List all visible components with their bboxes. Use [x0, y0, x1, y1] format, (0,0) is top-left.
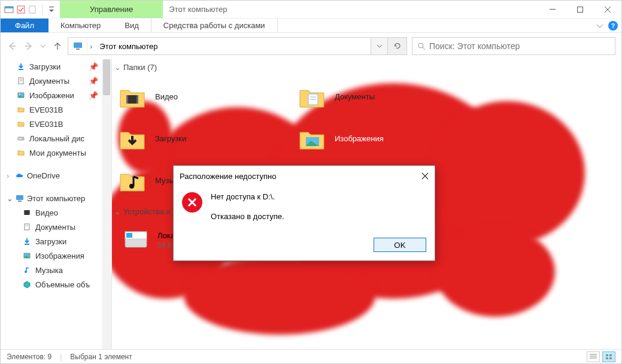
dialog-message: Нет доступа к D:\. Отказано в доступе. [211, 192, 284, 232]
svg-rect-21 [16, 195, 23, 200]
folder-images[interactable]: Изображения [292, 117, 471, 159]
images-icon [298, 124, 326, 153]
sidebar-pc-images[interactable]: Изображения [1, 248, 111, 263]
documents-icon [16, 76, 26, 86]
file-tab[interactable]: Файл [1, 19, 48, 32]
search-box[interactable] [412, 37, 615, 55]
downloads-icon [22, 236, 32, 246]
sidebar-this-pc[interactable]: ⌄ Этот компьютер [1, 191, 111, 205]
svg-rect-6 [578, 7, 583, 12]
folder-downloads[interactable]: Загрузки [112, 117, 292, 159]
search-input[interactable] [429, 41, 610, 51]
dialog-ok-button[interactable]: OK [374, 238, 426, 252]
svg-point-38 [129, 184, 134, 189]
refresh-button[interactable] [387, 38, 406, 54]
qat-chevron-icon[interactable] [47, 5, 56, 14]
svg-rect-49 [606, 357, 608, 359]
music-icon [22, 265, 32, 275]
nav-forward-icon[interactable] [23, 41, 34, 51]
address-history-dropdown[interactable] [371, 38, 387, 54]
status-selection: Выбран 1 элемент [70, 353, 132, 361]
svg-rect-48 [609, 354, 612, 356]
quick-access-toolbar [1, 1, 60, 18]
maximize-button[interactable] [566, 1, 594, 18]
new-folder-icon[interactable] [28, 5, 38, 14]
sidebar-item-folder-2[interactable]: EVE031B [1, 117, 111, 131]
sidebar-item-images[interactable]: Изображени 📌 [1, 88, 111, 102]
music-icon [118, 166, 147, 195]
sidebar-onedrive[interactable]: › OneDrive [1, 168, 111, 183]
chevron-down-icon[interactable]: ⌄ [7, 194, 13, 203]
ribbon-context-tab[interactable]: Управление [60, 1, 163, 18]
view-icons-button[interactable] [602, 351, 615, 362]
images-icon [16, 90, 26, 100]
scrollbar-thumb[interactable] [103, 59, 110, 95]
sidebar-pc-3dobjects[interactable]: Объемные объ [1, 277, 111, 292]
svg-rect-24 [24, 210, 25, 215]
svg-rect-41 [126, 233, 132, 238]
nav-back-icon[interactable] [7, 41, 17, 51]
help-icon[interactable]: ? [608, 21, 618, 31]
folder-icon [16, 148, 26, 157]
chevron-right-icon[interactable]: › [7, 171, 13, 180]
folder-documents[interactable]: Документы [292, 75, 471, 117]
documents-icon [22, 222, 32, 232]
images-icon [22, 251, 32, 260]
breadcrumb[interactable]: Этот компьютер [95, 38, 371, 54]
pin-icon: 📌 [89, 91, 98, 100]
svg-point-18 [19, 94, 20, 95]
chevron-down-icon: ⌄ [114, 63, 121, 72]
svg-point-11 [418, 43, 423, 48]
folder-videos[interactable]: Видео [112, 75, 292, 117]
folder-icon [16, 119, 26, 129]
chevron-down-icon: ⌄ [114, 207, 121, 216]
nav-up-icon[interactable] [52, 41, 63, 51]
close-button[interactable] [594, 1, 621, 18]
dialog-close-icon[interactable] [421, 172, 429, 180]
sidebar-pc-downloads[interactable]: Загрузки [1, 234, 111, 248]
tab-computer[interactable]: Компьютер [48, 19, 113, 32]
svg-rect-1 [5, 7, 13, 8]
pin-icon: 📌 [89, 77, 98, 86]
properties-icon[interactable] [16, 5, 26, 14]
sidebar-pc-music[interactable]: Музыка [1, 263, 111, 277]
qat-separator [42, 4, 43, 15]
svg-line-12 [423, 47, 425, 50]
search-icon [417, 42, 426, 50]
minimize-button[interactable] [539, 1, 566, 18]
address-bar[interactable]: › Этот компьютер [68, 37, 407, 55]
sidebar-item-local-disk[interactable]: Локальный дис [1, 131, 111, 145]
objects3d-icon [22, 280, 32, 289]
dialog-title: Расположение недоступно [180, 172, 276, 181]
ribbon-tabs: Файл Компьютер Вид Средства работы с дис… [1, 19, 621, 33]
drive-icon [16, 134, 26, 143]
svg-rect-22 [18, 201, 22, 202]
sidebar-pc-videos[interactable]: Видео [1, 205, 111, 220]
context-tab-label: Управление [90, 5, 133, 14]
tab-view[interactable]: Вид [113, 19, 151, 32]
videos-icon [22, 208, 32, 217]
downloads-icon [118, 124, 147, 153]
tab-disk-tools[interactable]: Средства работы с дисками [151, 19, 278, 32]
this-pc-icon [68, 38, 87, 54]
svg-rect-2 [17, 6, 25, 13]
nav-bar: › Этот компьютер [1, 33, 621, 59]
sidebar-item-documents[interactable]: Документы 📌 [1, 74, 111, 88]
view-details-button[interactable] [587, 351, 600, 362]
sidebar-pc-documents[interactable]: Документы [1, 220, 111, 234]
status-bar: Элементов: 9 | Выбран 1 элемент [1, 349, 621, 363]
nav-history-icon[interactable] [40, 43, 46, 49]
svg-point-20 [22, 138, 23, 139]
sidebar-item-my-documents[interactable]: Мои документы [1, 145, 111, 160]
sidebar-item-folder-1[interactable]: EVE031B [1, 102, 111, 117]
onedrive-icon [15, 171, 25, 180]
ribbon-expand-icon[interactable] [596, 22, 603, 29]
sidebar-scrollbar[interactable] [102, 59, 111, 349]
svg-rect-50 [609, 357, 612, 359]
svg-point-30 [25, 271, 27, 273]
crumb-chevron-icon[interactable]: › [87, 38, 95, 54]
error-icon [182, 192, 202, 213]
group-header-folders[interactable]: ⌄ Папки (7) [112, 59, 621, 75]
sidebar-item-downloads[interactable]: Загрузки 📌 [1, 59, 111, 74]
dialog-titlebar[interactable]: Расположение недоступно [174, 166, 435, 186]
